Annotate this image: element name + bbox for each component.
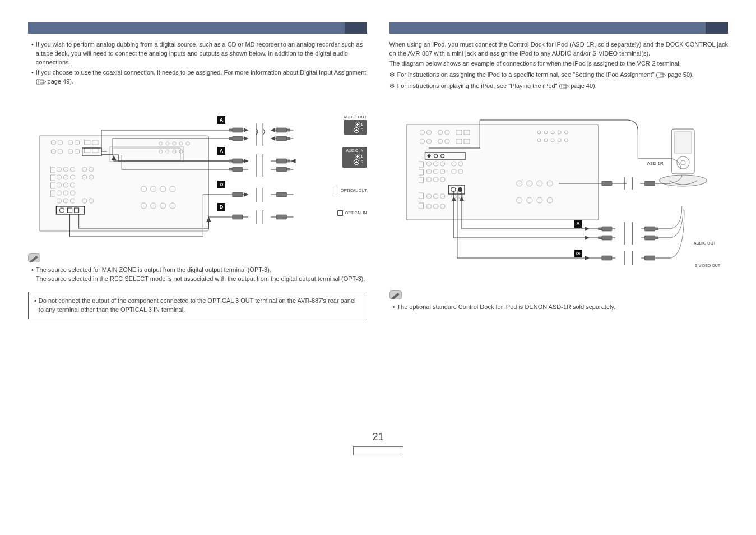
left-connection-diagram: A A D D AUDIO OUT L R AUDIO IN L R [28,96,367,242]
pencil-icon [28,253,40,262]
badge-g-right: G [574,250,582,257]
svg-rect-82 [229,160,233,162]
svg-rect-73 [233,128,243,132]
right-note: • The optional standard Control Dock for… [393,303,729,312]
page-footer: 21 [28,431,728,455]
badge-d-1: D [217,181,225,188]
audio-out-label-right: AUDIO OUT [694,241,716,245]
page-ref-icon [38,79,46,85]
svg-rect-76 [229,137,233,140]
asd-label: ASD-1R [647,161,664,166]
svg-rect-91 [276,192,286,197]
right-intro-2: The diagram below shows an example of co… [389,59,729,68]
svg-rect-175 [644,227,655,231]
bullet-glyph: • [34,297,36,315]
svg-marker-66 [271,136,275,141]
left-bullet-1: • If you wish to perform analog dubbing … [31,40,367,67]
badge-a-right: A [574,220,582,228]
svg-rect-181 [601,181,611,186]
right-connection-diagram: A G ASD-1R AUDIO OUT S-VIDEO OUT [389,108,729,276]
svg-marker-63 [244,128,248,132]
svg-rect-88 [286,168,290,170]
svg-rect-87 [276,167,286,172]
svg-rect-177 [644,236,655,240]
page-ref-icon [561,84,569,89]
audio-in-block: AUDIO IN L R [342,147,367,168]
svg-rect-93 [276,215,286,219]
svg-rect-92 [233,215,243,219]
svg-rect-74 [229,129,233,131]
svg-rect-179 [601,256,611,260]
left-note-1b: The source selected in the REC SELECT mo… [36,275,365,282]
right-star-1: ❇ For instructions on assigning the iPod… [389,71,729,80]
section-bar-right [389,22,729,34]
left-intro-1: If you wish to perform analog dubbing fr… [36,40,367,67]
svg-rect-86 [286,160,290,162]
badge-a-mid: A [217,147,225,155]
svg-rect-95 [561,84,566,89]
r-label: R [360,128,363,132]
svg-rect-162 [674,132,691,153]
section-bar-left [28,22,367,34]
svg-marker-64 [244,136,248,141]
left-intro-2b: page 49). [46,78,74,85]
optical-in-block: OPTICAL IN [336,210,367,216]
optical-out-label: OPTICAL OUT [341,188,367,192]
pencil-icon [389,290,402,299]
star-glyph: ❇ [389,82,397,91]
svg-marker-70 [291,159,295,163]
svg-rect-81 [233,159,243,163]
svg-rect-78 [286,129,290,131]
svg-rect-75 [233,136,243,141]
svg-rect-79 [276,136,286,141]
bullet-glyph: • [31,266,34,284]
audio-out-label: AUDIO OUT [344,115,367,119]
right-star-1b: page 50). [666,71,694,78]
r-label-2: R [360,160,363,164]
left-note-1: • The source selected for MAIN ZONE is o… [31,266,367,284]
bullet-glyph: • [393,303,395,312]
right-star-2a: For instructions on playing the iPod, se… [397,82,562,89]
right-star-2: ❇ For instructions on playing the iPod, … [389,82,729,91]
svg-marker-169 [585,236,589,240]
svg-rect-176 [655,228,658,230]
optical-out-block: OPTICAL OUT [331,188,367,193]
bullet-glyph: • [31,40,34,67]
svg-rect-85 [276,159,286,163]
audio-in-label: AUDIO IN [346,149,363,153]
left-bullet-2: • If you choose to use the coaxial conne… [31,68,367,86]
svg-rect-84 [229,168,233,170]
svg-rect-80 [286,137,290,140]
left-intro-2: If you choose to use the coaxial connect… [36,68,367,86]
star-glyph: ❇ [389,71,397,80]
l-label-2: L [361,154,364,158]
bullet-glyph: • [31,68,34,86]
right-intro-1: When using an iPod, you must connect the… [389,40,729,58]
svg-rect-180 [644,256,655,260]
right-note-text: The optional standard Control Dock for i… [397,303,728,312]
svg-marker-65 [271,128,275,132]
left-note-2: Do not connect the output of the compone… [39,297,361,315]
svg-rect-77 [276,128,286,132]
svg-rect-171 [601,227,611,231]
page-ref-icon [658,72,666,78]
left-intro-2a: If you choose to use the coaxial connect… [36,69,366,85]
footer-box [353,446,403,455]
badge-d-2: D [217,203,225,211]
badge-a-top: A [217,116,225,124]
right-star-1a: For instructions on assigning the iPod t… [397,71,658,78]
svg-rect-94 [658,73,663,77]
svg-rect-182 [644,181,655,186]
svg-rect-174 [598,237,601,239]
svg-rect-89 [233,192,243,197]
svg-rect-0 [38,80,43,84]
note-box: • Do not connect the output of the compo… [28,292,367,320]
left-note-1a: The source selected for MAIN ZONE is out… [36,266,271,273]
page-number: 21 [372,431,383,442]
svg-marker-168 [585,227,589,231]
optical-in-label: OPTICAL IN [345,211,367,215]
svg-rect-83 [233,167,243,172]
svg-rect-172 [598,228,601,230]
svg-rect-173 [601,236,611,240]
audio-out-block: AUDIO OUT L R [344,115,367,135]
